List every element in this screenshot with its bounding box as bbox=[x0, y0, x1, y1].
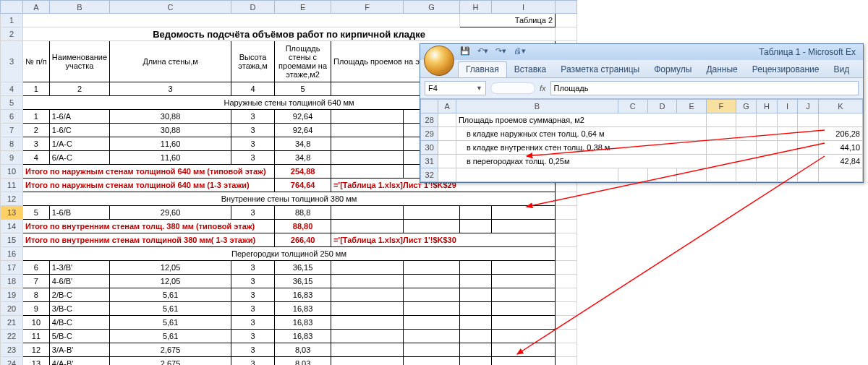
column-headers[interactable]: A B C D E F G H I bbox=[1, 1, 577, 14]
tab-home[interactable]: Главная bbox=[458, 61, 507, 77]
tab-formulas[interactable]: Формулы bbox=[647, 62, 699, 77]
redo-icon[interactable]: ↷▾ bbox=[495, 46, 506, 56]
col-C[interactable]: C bbox=[110, 1, 231, 14]
fx-icon[interactable]: fx bbox=[540, 84, 546, 93]
table-row: 24134/А-В'2,67538,03 bbox=[1, 357, 577, 366]
table-caption: Таблица 2 bbox=[460, 14, 556, 27]
formula-text: ='[Таблица 1.xlsx]Лист 1'!$K$30 bbox=[331, 233, 556, 247]
table-row: 1761-3/В'12,05336,15 bbox=[1, 261, 577, 275]
secondary-grid[interactable]: ABCDEFGHIJK 28Площадь проемов суммарная,… bbox=[420, 99, 863, 182]
col-J[interactable] bbox=[556, 1, 577, 14]
subtotal: Итого по наружным стенам толщиной 640 мм… bbox=[23, 179, 275, 192]
table-row: 1874-6/В'12,05336,15 bbox=[1, 275, 577, 288]
table-row: 1351-6/В29,60388,8 bbox=[1, 206, 577, 220]
tab-insert[interactable]: Вставка bbox=[507, 62, 554, 77]
col-F[interactable]: F bbox=[331, 1, 404, 14]
col-A[interactable]: A bbox=[23, 1, 50, 14]
window-table1[interactable]: 💾 ↶▾ ↷▾ 🖨▾ Таблица 1 - Microsoft Ex Глав… bbox=[420, 43, 864, 183]
sheet-title: Ведомость подсчёта объёмов работ по кирп… bbox=[23, 27, 556, 41]
formula-bar[interactable]: Площадь bbox=[550, 81, 859, 95]
col-I[interactable]: I bbox=[492, 1, 556, 14]
tab-pagelayout[interactable]: Разметка страницы bbox=[553, 62, 647, 77]
col-E[interactable]: E bbox=[275, 1, 331, 14]
table-row: 2093/В-С5,61316,83 bbox=[1, 302, 577, 316]
office-button[interactable] bbox=[424, 46, 454, 76]
print-icon[interactable]: 🖨▾ bbox=[514, 46, 526, 56]
quick-access-toolbar[interactable]: 💾 ↶▾ ↷▾ 🖨▾ bbox=[460, 46, 526, 56]
table-row: 1982/В-С5,61316,83 bbox=[1, 288, 577, 302]
table-row: 21104/В-С5,61316,83 bbox=[1, 316, 577, 330]
tab-review[interactable]: Рецензирование bbox=[745, 62, 827, 77]
ribbon-tabs[interactable]: Главная Вставка Разметка страницы Формул… bbox=[420, 60, 863, 78]
tab-data[interactable]: Данные bbox=[699, 62, 744, 77]
name-box[interactable]: F4▼ bbox=[425, 81, 486, 95]
col-B[interactable]: B bbox=[49, 1, 109, 14]
section-3: Перегородки толщиной 250 мм bbox=[23, 247, 556, 261]
col-H[interactable]: H bbox=[460, 1, 492, 14]
section-2: Внутренние стены толщиной 380 мм bbox=[23, 192, 556, 206]
subtotal: Итого по наружным стенам толщиной 640 мм… bbox=[23, 165, 275, 179]
chevron-down-icon[interactable]: ▼ bbox=[476, 85, 482, 92]
window-title: Таблица 1 - Microsoft Ex bbox=[759, 47, 856, 57]
save-icon[interactable]: 💾 bbox=[460, 46, 470, 56]
table-row: 23123/А-В'2,67538,03 bbox=[1, 343, 577, 357]
col-G[interactable]: G bbox=[404, 1, 460, 14]
undo-icon[interactable]: ↶▾ bbox=[477, 46, 488, 56]
table-row: 22115/В-С5,61316,83 bbox=[1, 330, 577, 343]
col-D[interactable]: D bbox=[231, 1, 275, 14]
tab-view[interactable]: Вид bbox=[826, 62, 856, 77]
